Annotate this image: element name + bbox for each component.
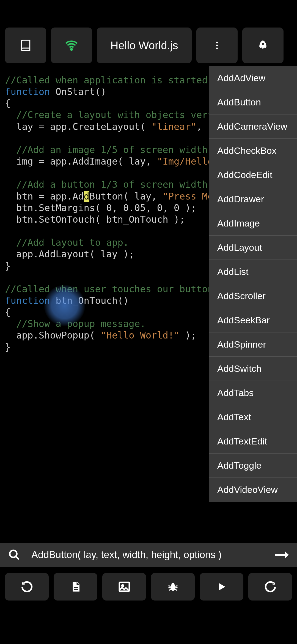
autocomplete-item[interactable]: AddSeekBar [209, 308, 297, 332]
play-button[interactable] [200, 573, 243, 601]
more-vert-icon [212, 40, 222, 50]
redo-button[interactable] [248, 573, 292, 601]
svg-point-5 [10, 550, 17, 558]
autocomplete-item[interactable]: AddAdView [209, 66, 297, 90]
redo-icon [264, 580, 277, 593]
bug-icon [167, 581, 179, 593]
svg-rect-10 [74, 589, 78, 590]
autocomplete-item[interactable]: AddTextEdit [209, 429, 297, 454]
autocomplete-item[interactable]: AddLayout [209, 236, 297, 260]
file-title-label: Hello World.js [111, 39, 178, 52]
autocomplete-item[interactable]: AddVideoView [209, 478, 297, 502]
autocomplete-item[interactable]: AddSpinner [209, 332, 297, 357]
undo-icon [21, 580, 33, 593]
autocomplete-panel[interactable]: AddAdViewAddButtonAddCameraViewAddCheckB… [209, 66, 297, 502]
autocomplete-item[interactable]: AddList [209, 260, 297, 284]
autocomplete-item[interactable]: AddToggle [209, 454, 297, 478]
more-button[interactable] [196, 28, 238, 63]
hint-bar: AddButton( lay, text, width, height, opt… [0, 543, 297, 567]
svg-point-2 [216, 45, 218, 46]
autocomplete-item[interactable]: AddCameraView [209, 114, 297, 139]
autocomplete-item[interactable]: AddScroller [209, 284, 297, 308]
svg-marker-20 [219, 583, 225, 591]
svg-point-3 [216, 48, 218, 49]
connect-button[interactable] [51, 28, 92, 63]
svg-point-13 [170, 584, 175, 591]
svg-rect-7 [275, 554, 286, 556]
file-title-button[interactable]: Hello World.js [97, 28, 192, 63]
svg-point-12 [122, 585, 123, 586]
svg-point-4 [262, 43, 264, 45]
rocket-icon [257, 39, 269, 51]
book-icon [19, 39, 32, 52]
autocomplete-item[interactable]: AddImage [209, 211, 297, 236]
autocomplete-item[interactable]: AddButton [209, 90, 297, 114]
debug-button[interactable] [151, 573, 195, 601]
autocomplete-item[interactable]: AddSwitch [209, 357, 297, 381]
svg-line-18 [169, 589, 171, 590]
docs-button[interactable] [5, 28, 46, 63]
svg-point-1 [216, 42, 218, 43]
undo-button[interactable] [5, 573, 49, 601]
autocomplete-item[interactable]: AddDrawer [209, 187, 297, 211]
bottom-toolbar [0, 567, 297, 605]
hint-signature: AddButton( lay, text, width, height, opt… [31, 549, 264, 561]
editor-area[interactable]: //Called when application is started.fun… [0, 66, 297, 543]
autocomplete-item[interactable]: AddTabs [209, 381, 297, 405]
file-icon [70, 581, 81, 593]
autocomplete-item[interactable]: AddCodeEdit [209, 163, 297, 187]
top-toolbar: Hello World.js [0, 25, 297, 66]
run-button[interactable] [242, 28, 284, 63]
wifi-icon [65, 39, 78, 52]
svg-line-15 [175, 586, 177, 586]
autocomplete-item[interactable]: AddText [209, 405, 297, 429]
svg-line-14 [168, 586, 170, 586]
search-icon[interactable] [8, 549, 20, 561]
svg-rect-9 [74, 587, 78, 588]
svg-line-19 [175, 589, 177, 590]
play-icon [216, 581, 227, 592]
svg-point-0 [71, 49, 72, 50]
svg-marker-8 [285, 551, 289, 558]
image-icon [118, 580, 131, 593]
arrow-right-icon[interactable] [275, 551, 289, 559]
autocomplete-item[interactable]: AddCheckBox [209, 139, 297, 163]
svg-line-6 [16, 556, 19, 560]
assets-button[interactable] [102, 573, 146, 601]
file-button[interactable] [54, 573, 97, 601]
